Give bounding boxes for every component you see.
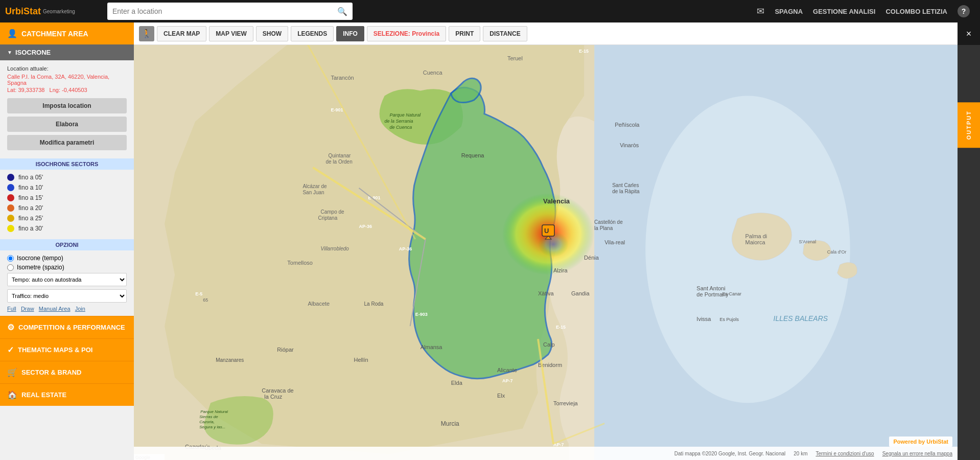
print-button[interactable]: PRINT — [449, 26, 480, 41]
svg-text:Elx: Elx — [497, 393, 505, 399]
nav-item-icon-1: ✓ — [7, 345, 14, 355]
svg-text:Murcia: Murcia — [441, 420, 459, 427]
legends-button[interactable]: LEGENDS — [291, 26, 334, 41]
svg-text:la Cruz: la Cruz — [264, 394, 282, 400]
nav-spagna[interactable]: SPAGNA — [775, 8, 803, 15]
lat-label: Lat: — [7, 87, 16, 93]
elabora-button[interactable]: Elabora — [7, 117, 127, 132]
nav-user[interactable]: COLOMBO LETIZIA — [885, 8, 947, 15]
full-link[interactable]: Full — [7, 306, 16, 312]
search-bar: 🔍 — [107, 3, 353, 20]
show-button[interactable]: SHOW — [256, 26, 288, 41]
svg-text:Sierras de: Sierras de — [199, 415, 218, 419]
sector-label-1: fino a 10' — [18, 184, 43, 191]
isocrone-header[interactable]: ▼ ISOCRONE — [0, 44, 134, 60]
sidebar-nav-item-1[interactable]: ✓THEMATIC MAPS & POI — [0, 338, 134, 361]
header: UrbiStat Geomarketing 🔍 ✉ SPAGNA GESTION… — [0, 0, 980, 22]
isocrone-arrow-icon: ▼ — [7, 50, 12, 55]
map-view-button[interactable]: MAP VIEW — [209, 26, 253, 41]
map-report[interactable]: Segnala un errore nella mappa — [882, 451, 952, 456]
isocrone-content: Location attuale: Calle P.I. la Coma, 32… — [0, 60, 134, 158]
modifica-parametri-button[interactable]: Modifica parametri — [7, 135, 127, 150]
svg-text:Teruel: Teruel — [507, 55, 523, 61]
location-label: Location attuale: — [7, 65, 127, 72]
lng-value: -0,440503 — [62, 87, 87, 93]
sector-item-0: fino a 05' — [7, 172, 127, 182]
svg-text:Maiorca: Maiorca — [745, 239, 765, 245]
svg-text:Alcázar de: Alcázar de — [302, 183, 327, 189]
radio-isocrone-label: Isocrone (tempo) — [17, 255, 63, 262]
search-input[interactable] — [112, 7, 337, 15]
svg-text:Albacete: Albacete — [308, 301, 330, 307]
sector-dot-4 — [7, 215, 14, 222]
draw-link[interactable]: Draw — [21, 306, 34, 312]
map-footer: Dati mappa ©2020 Google, Inst. Geogr. Na… — [134, 447, 958, 460]
sector-item-1: fino a 10' — [7, 182, 127, 193]
join-link[interactable]: Join — [75, 306, 85, 312]
sectors-list: fino a 05'fino a 10'fino a 15'fino a 20'… — [0, 170, 134, 236]
svg-text:Requena: Requena — [461, 152, 485, 158]
sector-label-3: fino a 20' — [18, 204, 43, 212]
sector-label-4: fino a 25' — [18, 215, 43, 222]
imposta-location-button[interactable]: Imposta location — [7, 98, 127, 113]
help-button[interactable]: ? — [958, 5, 970, 17]
nav-item-label-2: SECTOR & BRAND — [21, 369, 82, 376]
sidebar-nav-item-0[interactable]: ⚙COMPETITION & PERFORMANCE — [0, 316, 134, 338]
sidebar-nav-item-3[interactable]: 🏠REAL ESTATE — [0, 383, 134, 406]
svg-text:Alzira: Alzira — [553, 267, 568, 273]
svg-text:Cazorla,: Cazorla, — [199, 420, 215, 424]
logo-plain: Stat — [24, 6, 41, 16]
opzioni-content: Isocrone (tempo) Isometre (spazio) Tempo… — [0, 250, 134, 316]
logo-colored: Urbi — [5, 6, 24, 16]
svg-text:AP-36: AP-36 — [399, 246, 412, 251]
map-terms[interactable]: Termini e condizioni d'uso — [815, 451, 874, 456]
nav-item-label-0: COMPETITION & PERFORMANCE — [18, 324, 125, 331]
sector-label-2: fino a 15' — [18, 194, 43, 201]
map-container[interactable]: Parque Natural de la Serrania de Cuenca … — [134, 45, 958, 460]
svg-text:AP-7: AP-7 — [502, 378, 513, 383]
manual-area-link[interactable]: Manual Area — [39, 306, 71, 312]
svg-text:San Juan: San Juan — [302, 190, 324, 195]
sector-dot-3 — [7, 204, 14, 212]
sidebar-links: Full Draw Manual Area Join — [7, 306, 127, 312]
selezione-button[interactable]: SELEZIONE: Provincia — [367, 26, 446, 41]
radio-isometre-input[interactable] — [7, 264, 14, 271]
close-button[interactable]: × — [958, 22, 980, 45]
catchment-icon: 👤 — [7, 29, 17, 38]
svg-text:Villarrobledo: Villarrobledo — [320, 246, 349, 251]
svg-text:Calp: Calp — [543, 341, 555, 348]
svg-text:Palma di: Palma di — [745, 233, 767, 239]
catchment-area-header[interactable]: 👤 CATCHMENT AREA — [0, 22, 134, 44]
nav-gestione[interactable]: GESTIONE ANALISI — [813, 8, 875, 15]
sector-label-5: fino a 30' — [18, 225, 43, 232]
info-button[interactable]: INFO — [336, 26, 364, 41]
svg-text:Alicante: Alicante — [497, 367, 517, 373]
svg-text:Criptana: Criptana — [318, 215, 337, 221]
svg-text:Tomelloso: Tomelloso — [287, 260, 313, 266]
radio-isocrone: Isocrone (tempo) — [7, 255, 127, 262]
radio-isocrone-input[interactable] — [7, 255, 14, 262]
header-right: ✉ SPAGNA GESTIONE ANALISI COLOMBO LETIZI… — [757, 5, 980, 17]
svg-text:de la Serrania: de la Serrania — [385, 119, 413, 124]
map-attribution: Dati mappa ©2020 Google, Inst. Geogr. Na… — [674, 451, 786, 456]
svg-text:la Plana: la Plana — [594, 225, 613, 231]
logo-subtitle: Geomarketing — [43, 9, 75, 14]
map-svg: Parque Natural de la Serrania de Cuenca … — [134, 45, 958, 460]
sidebar-nav-item-2[interactable]: 🛒SECTOR & BRAND — [0, 361, 134, 383]
sector-dot-2 — [7, 194, 14, 201]
svg-text:Torrevieja: Torrevieja — [553, 400, 578, 406]
svg-text:Campo de: Campo de — [320, 209, 344, 215]
sector-dot-0 — [7, 174, 14, 181]
distance-button[interactable]: DISTANCE — [483, 26, 527, 41]
selezione-label: SELEZIONE: — [374, 30, 410, 37]
svg-text:La Roda: La Roda — [364, 301, 384, 307]
traffico-select[interactable]: Traffico: medio — [7, 289, 127, 303]
output-button[interactable]: OUTPUT — [958, 102, 980, 148]
clear-map-button[interactable]: CLEAR MAP — [157, 26, 206, 41]
svg-text:Segura y las...: Segura y las... — [199, 425, 225, 429]
svg-text:Cuenca: Cuenca — [423, 70, 443, 76]
svg-text:Hellín: Hellín — [354, 357, 368, 363]
tempo-select[interactable]: Tempo: auto con autostrada — [7, 273, 127, 286]
mail-icon[interactable]: ✉ — [757, 6, 764, 17]
search-icon[interactable]: 🔍 — [337, 7, 347, 16]
